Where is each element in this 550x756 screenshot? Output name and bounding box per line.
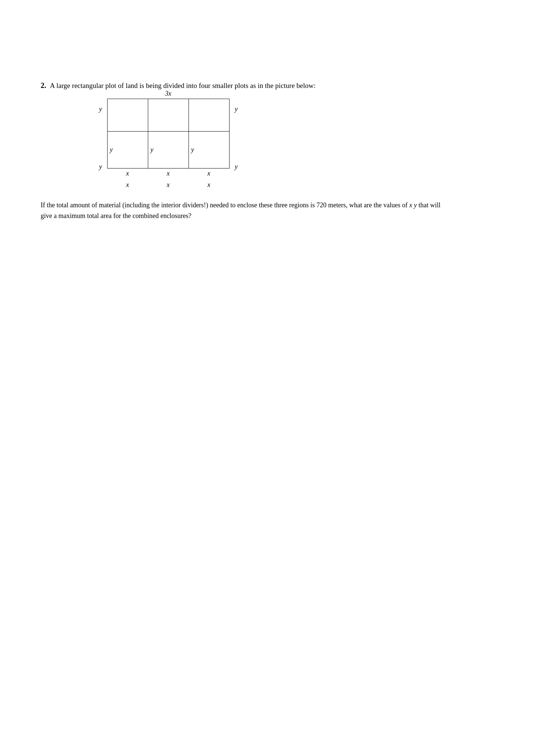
bottom-x-label-2: x	[148, 181, 189, 189]
bottom-cell-2: y	[148, 132, 189, 168]
top-x-label-1: x	[107, 170, 148, 177]
diagram-wrapper: 3x y y y y y y	[107, 90, 230, 189]
bottom-x-label-3: x	[189, 181, 229, 189]
bottom-cell-1-y-label: y	[108, 144, 113, 153]
paragraph-block: If the total amount of material (includi…	[41, 200, 447, 221]
diagram-table: y y y	[107, 99, 230, 168]
top-cell-2	[148, 99, 189, 132]
top-x-label-2: x	[148, 170, 189, 177]
top-cell-3	[189, 99, 230, 132]
bottom-cell-3: y	[189, 132, 230, 168]
question-block: 2. A large rectangular plot of land is b…	[41, 81, 509, 221]
question-text: A large rectangular plot of land is bein…	[50, 82, 316, 89]
top-x-label-3: x	[189, 170, 229, 177]
question-intro: 2. A large rectangular plot of land is b…	[41, 81, 509, 90]
bottom-x-labels-row: x x x	[107, 181, 229, 189]
bottom-row-y-far-left-label: y	[99, 163, 102, 171]
top-row-y-right-label: y	[235, 105, 238, 113]
page: 2. A large rectangular plot of land is b…	[0, 0, 550, 756]
top-x-labels-row: x x x	[107, 170, 229, 177]
top-row-y-left-label: y	[99, 105, 102, 113]
bottom-row-y-far-right-label: y	[235, 163, 238, 171]
bottom-cell-1: y	[108, 132, 148, 168]
bottom-row: y y y	[108, 132, 230, 168]
question-number: 2.	[41, 81, 46, 89]
top-row	[108, 99, 230, 132]
diagram-top-label: 3x	[107, 90, 229, 98]
bottom-x-label-1: x	[107, 181, 148, 189]
bottom-cell-3-y-label: y	[189, 144, 194, 153]
bottom-cell-2-y-label: y	[148, 144, 153, 153]
top-cell-1	[108, 99, 148, 132]
